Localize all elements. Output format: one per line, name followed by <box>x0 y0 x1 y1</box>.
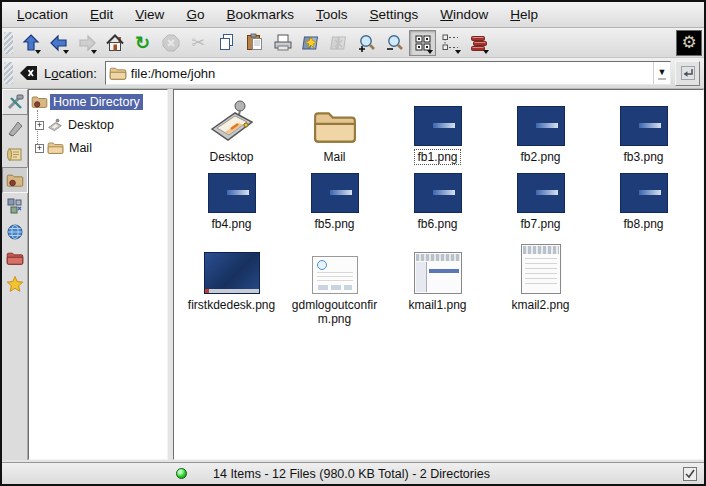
desktop-icon <box>47 118 63 132</box>
location-input[interactable] <box>127 66 653 81</box>
konqueror-throbber[interactable]: ⚙ <box>676 30 702 56</box>
menu-help[interactable]: Help <box>499 5 549 24</box>
file-item-fb6[interactable]: fb6.png <box>386 171 489 232</box>
thumbnail-image <box>311 173 359 213</box>
reload-button[interactable]: ↻ <box>129 30 156 56</box>
decrease-icon-size-icon <box>329 33 349 53</box>
menu-location[interactable]: Location <box>6 5 79 24</box>
reload-icon: ↻ <box>135 34 150 52</box>
file-icon-view: Desktop Mail fb1.png fb2.png fb3.png <box>173 89 704 460</box>
thumbnail-image <box>204 252 260 294</box>
menu-go[interactable]: Go <box>175 5 215 24</box>
file-item-fb3[interactable]: fb3.png <box>592 94 695 165</box>
print-button[interactable] <box>269 30 296 56</box>
home-folder-icon <box>31 95 48 109</box>
thumbnail-image <box>312 256 358 294</box>
detail-view-icon <box>470 34 488 52</box>
copy-button[interactable] <box>213 30 240 56</box>
tree-view-button[interactable] <box>437 30 464 56</box>
file-item-desktop[interactable]: Desktop <box>180 94 283 165</box>
file-label: fb8.png <box>620 216 666 232</box>
zoom-out-button[interactable] <box>381 30 408 56</box>
increase-icon-size-button[interactable] <box>297 30 324 56</box>
file-item-mail[interactable]: Mail <box>283 94 386 165</box>
menu-settings[interactable]: Settings <box>358 5 429 24</box>
cut-button[interactable]: ✂ <box>185 30 212 56</box>
services-icon <box>6 197 24 215</box>
tree-item-desktop[interactable]: + Desktop <box>31 115 167 135</box>
file-label: kmail2.png <box>508 297 572 313</box>
forward-button[interactable] <box>73 30 100 56</box>
tree-item-label: Desktop <box>65 117 117 133</box>
tree-item-home-directory[interactable]: Home Directory <box>31 92 167 112</box>
sidebar-network-button[interactable] <box>2 219 28 245</box>
file-label: Desktop <box>206 149 256 165</box>
sidebar-configure-button[interactable] <box>2 89 28 115</box>
sidebar-bookmarks-button[interactable] <box>2 271 28 297</box>
history-scroll-icon <box>6 145 24 163</box>
paste-button[interactable] <box>241 30 268 56</box>
sidebar-tabstrip <box>2 89 28 460</box>
menu-bar: Location Edit View Go Bookmarks Tools Se… <box>2 2 704 28</box>
icon-view-button[interactable] <box>409 30 436 56</box>
expander-plus-icon[interactable]: + <box>35 121 44 130</box>
file-item-gdmlogoutconfirm[interactable]: gdmlogoutconfirm.png <box>283 240 386 327</box>
clear-location-button[interactable] <box>16 60 40 86</box>
sidebar-root-folder-button[interactable] <box>2 245 28 271</box>
file-item-fb7[interactable]: fb7.png <box>489 171 592 232</box>
detail-view-button[interactable] <box>465 30 492 56</box>
file-item-fb8[interactable]: fb8.png <box>592 171 695 232</box>
clear-location-icon <box>19 65 38 81</box>
location-toolbar-grip[interactable] <box>4 62 13 84</box>
file-label-selected: fb1.png <box>414 149 460 165</box>
active-view-indicator[interactable] <box>683 467 697 481</box>
content-area: Home Directory + Desktop + Mail Desktop <box>2 89 704 462</box>
home-button[interactable] <box>101 30 128 56</box>
copy-icon <box>217 33 236 52</box>
stop-button[interactable] <box>157 30 184 56</box>
menu-bookmarks[interactable]: Bookmarks <box>215 5 305 24</box>
file-item-kmail2[interactable]: kmail2.png <box>489 240 592 327</box>
sidebar-pen-button[interactable] <box>2 115 28 141</box>
pen-icon <box>6 119 24 137</box>
zoom-in-icon <box>357 33 377 53</box>
go-button[interactable] <box>675 61 700 86</box>
file-label: firstkdedesk.png <box>185 297 278 313</box>
thumbnail-image <box>517 106 565 146</box>
file-item-fb5[interactable]: fb5.png <box>283 171 386 232</box>
back-arrow-icon <box>49 33 69 53</box>
folder-tree-panel: Home Directory + Desktop + Mail <box>28 89 168 460</box>
tree-item-label: Home Directory <box>50 94 143 110</box>
icon-view-icon <box>414 34 432 52</box>
increase-icon-size-icon <box>301 33 321 53</box>
sidebar-history-button[interactable] <box>2 141 28 167</box>
expander-plus-icon[interactable]: + <box>35 144 44 153</box>
status-bar: 14 Items - 12 Files (980.0 KB Total) - 2… <box>2 462 704 484</box>
menu-tools[interactable]: Tools <box>305 5 359 24</box>
menu-edit[interactable]: Edit <box>79 5 124 24</box>
file-label: gdmlogoutconfirm.png <box>285 297 385 327</box>
zoom-in-button[interactable] <box>353 30 380 56</box>
thumbnail-image <box>414 173 462 213</box>
gear-icon: ⚙ <box>681 34 696 51</box>
menu-view[interactable]: View <box>124 5 175 24</box>
location-dropdown-button[interactable]: ▼ <box>653 62 670 84</box>
file-item-fb2[interactable]: fb2.png <box>489 94 592 165</box>
file-item-firstkdedesk[interactable]: firstkdedesk.png <box>180 240 283 327</box>
sidebar-home-directory-button[interactable] <box>2 167 28 193</box>
zoom-out-icon <box>385 33 405 53</box>
decrease-icon-size-button[interactable] <box>325 30 352 56</box>
file-label: fb4.png <box>208 216 254 232</box>
menu-window[interactable]: Window <box>429 5 499 24</box>
sidebar-services-button[interactable] <box>2 193 28 219</box>
printer-icon <box>273 33 293 53</box>
file-item-kmail1[interactable]: kmail1.png <box>386 240 489 327</box>
toolbar-grip[interactable] <box>4 32 13 54</box>
up-button[interactable] <box>17 30 44 56</box>
file-item-fb4[interactable]: fb4.png <box>180 171 283 232</box>
network-globe-icon <box>6 223 24 241</box>
status-text: 14 Items - 12 Files (980.0 KB Total) - 2… <box>213 467 490 481</box>
back-button[interactable] <box>45 30 72 56</box>
file-item-fb1[interactable]: fb1.png <box>386 94 489 165</box>
tree-item-mail[interactable]: + Mail <box>31 138 167 158</box>
